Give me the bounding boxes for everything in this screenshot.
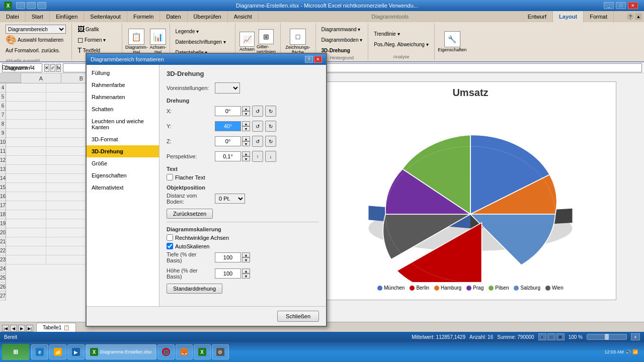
- sidebar-größe[interactable]: Größe: [87, 157, 159, 169]
- legende-btn[interactable]: Legende ▾: [173, 26, 232, 36]
- achsentitel-btn[interactable]: 📊 Achsen-titel: [150, 29, 167, 55]
- z-input[interactable]: [215, 136, 241, 146]
- taskbar-chrome[interactable]: 🌐: [157, 344, 175, 359]
- tab-seitenlayout[interactable]: Seitenlayout: [84, 11, 127, 22]
- tab-entwurf[interactable]: Entwurf: [522, 11, 553, 22]
- depth-spin-down[interactable]: ▼: [242, 257, 250, 262]
- taskbar-excel2[interactable]: X: [194, 344, 211, 359]
- tab-layout[interactable]: Layout: [553, 11, 584, 22]
- dialog-help-btn[interactable]: ?: [305, 56, 313, 63]
- y-input[interactable]: [215, 121, 241, 131]
- sidebar-schatten[interactable]: Schatten: [87, 103, 159, 115]
- auf-formatvorl-btn[interactable]: Auf Formatvorl. zurücks.: [3, 45, 68, 55]
- taskbar-mediaplayer[interactable]: ▶: [67, 344, 85, 359]
- height-spin-up[interactable]: ▲: [242, 268, 250, 274]
- close-dialog-btn[interactable]: Schließen: [277, 311, 319, 322]
- grafik-btn[interactable]: 🖼Grafik: [75, 24, 119, 34]
- flat-text-checkbox[interactable]: [167, 174, 173, 180]
- sidebar-3d-drehung[interactable]: 3D-Drehung: [87, 145, 159, 157]
- diagrammtitel-btn[interactable]: 📋 Diagramm-titel: [125, 29, 148, 55]
- row-22: 22: [0, 246, 6, 255]
- diagrammboden-btn[interactable]: Diagrammboden ▾: [319, 35, 365, 45]
- x-spin-down[interactable]: ▼: [242, 111, 250, 116]
- y-rotate-right[interactable]: ↻: [265, 121, 276, 132]
- taskbar-ie[interactable]: e: [31, 344, 48, 359]
- depth-input[interactable]: [215, 252, 241, 262]
- perspective-down-btn[interactable]: ↓: [265, 151, 276, 162]
- dialog-close-btn[interactable]: ✕: [314, 56, 322, 63]
- sidebar-leuchten[interactable]: Leuchten und weiche Kanten: [87, 115, 159, 133]
- reset-btn[interactable]: Zurücksetzen: [167, 209, 213, 219]
- sheet-nav-last[interactable]: ▶|: [26, 325, 33, 332]
- tab-einfügen[interactable]: Einfügen: [50, 11, 84, 22]
- perspective-spin-up[interactable]: ▲: [242, 151, 250, 156]
- eigenschaften-btn[interactable]: 🔧 Eigenschaften: [438, 24, 466, 59]
- x-rotate-right[interactable]: ↻: [265, 106, 276, 117]
- zoom-slider[interactable]: [587, 334, 627, 340]
- tab-formeln[interactable]: Formeln: [127, 11, 160, 22]
- ribbon-minimize-btn[interactable]: ▲: [635, 13, 642, 20]
- tab-überprüfen[interactable]: Überprüfen: [188, 11, 228, 22]
- perspective-spin-down[interactable]: ▼: [242, 156, 250, 161]
- start-button[interactable]: ⊞: [2, 344, 29, 360]
- restore-btn[interactable]: □: [616, 2, 626, 9]
- depth-spin-up[interactable]: ▲: [242, 252, 250, 257]
- taskbar-firefox[interactable]: 🦊: [176, 344, 193, 359]
- taskbar-explorer[interactable]: 📁: [49, 344, 66, 359]
- pos-neg-btn[interactable]: Pos./Neg. Abweichung ▾: [371, 40, 431, 50]
- x-spin-up[interactable]: ▲: [242, 106, 250, 111]
- diagrammbereich-dropdown[interactable]: Diagrammbereich: [3, 24, 68, 34]
- sidebar-alternativtext[interactable]: Alternativtext: [87, 182, 159, 194]
- y-spin-up[interactable]: ▲: [242, 121, 250, 126]
- page-break-btn[interactable]: ⊞: [556, 333, 565, 340]
- sidebar-3d-format[interactable]: 3D-Format: [87, 133, 159, 145]
- diagrammbereich-select[interactable]: Diagrammbereich: [6, 25, 66, 34]
- x-input[interactable]: [215, 106, 241, 116]
- gitternetzlinien-btn[interactable]: ⊞ Gitter-netzlinien: [257, 29, 276, 54]
- auswahl-formatieren-btn[interactable]: 🎨 Auswahl formatieren: [3, 35, 68, 45]
- height-spin-down[interactable]: ▼: [242, 274, 250, 279]
- tab-daten[interactable]: Daten: [160, 11, 187, 22]
- sidebar-rahmenarten[interactable]: Rahmenarten: [87, 91, 159, 103]
- sidebar-eigenschaften[interactable]: Eigenschaften: [87, 169, 159, 182]
- distance-select[interactable]: 0 Pt.: [215, 194, 245, 204]
- taskbar-app2[interactable]: ⚙: [212, 344, 229, 359]
- sidebar-rahmenfarbe[interactable]: Rahmenfarbe: [87, 79, 159, 91]
- minimize-btn[interactable]: _: [604, 2, 614, 9]
- diagrammwand-btn[interactable]: Diagrammwand ▾: [319, 24, 365, 34]
- section-title: 3D-Drehung: [167, 70, 319, 77]
- formen-btn[interactable]: ◻Formen ▾: [75, 35, 119, 45]
- tab-format[interactable]: Format: [584, 11, 614, 22]
- zoom-in-btn[interactable]: +: [631, 333, 640, 340]
- z-spin-up[interactable]: ▲: [242, 136, 250, 141]
- presets-select[interactable]: [215, 82, 240, 94]
- taskbar-excel[interactable]: X Diagramme-Erstellen.xlsx: [86, 344, 156, 359]
- perspective-up-btn[interactable]: ↑: [252, 151, 263, 162]
- sheet-nav-first[interactable]: |◀: [2, 325, 9, 332]
- z-rotate-right[interactable]: ↻: [265, 136, 276, 147]
- tab-datei[interactable]: Datei: [0, 11, 26, 22]
- sheet-tab-tabelle1[interactable]: Tabelle1 📋: [36, 323, 76, 332]
- right-angle-checkbox[interactable]: [167, 234, 173, 241]
- x-rotate-left[interactable]: ↺: [252, 106, 263, 117]
- layout-view-btn[interactable]: □: [547, 333, 555, 340]
- tab-ansicht[interactable]: Ansicht: [228, 11, 259, 22]
- normal-view-btn[interactable]: ▪: [538, 333, 546, 340]
- tab-start[interactable]: Start: [26, 11, 50, 22]
- height-input[interactable]: [215, 268, 241, 279]
- trendlinie-btn[interactable]: Trendlinie ▾: [371, 29, 431, 39]
- perspective-input[interactable]: [215, 151, 241, 161]
- achsen-btn[interactable]: 📈 Achsen: [239, 32, 255, 52]
- datenbeschriftungen-btn[interactable]: Datenbeschriftungen ▾: [173, 37, 232, 47]
- z-rotate-left[interactable]: ↺: [252, 136, 263, 147]
- y-rotate-left[interactable]: ↺: [252, 121, 263, 132]
- close-btn[interactable]: ✕: [628, 2, 638, 9]
- help-btn[interactable]: ?: [627, 13, 634, 20]
- sheet-nav-prev[interactable]: ◀: [10, 325, 17, 332]
- standard-drehung-btn[interactable]: Standarddrehung: [167, 284, 222, 294]
- sheet-nav-next[interactable]: ▶: [18, 325, 25, 332]
- y-spin-down[interactable]: ▼: [242, 126, 250, 131]
- sidebar-füllung[interactable]: Füllung: [87, 67, 159, 79]
- z-spin-down[interactable]: ▼: [242, 141, 250, 146]
- auto-scale-checkbox[interactable]: [167, 243, 173, 249]
